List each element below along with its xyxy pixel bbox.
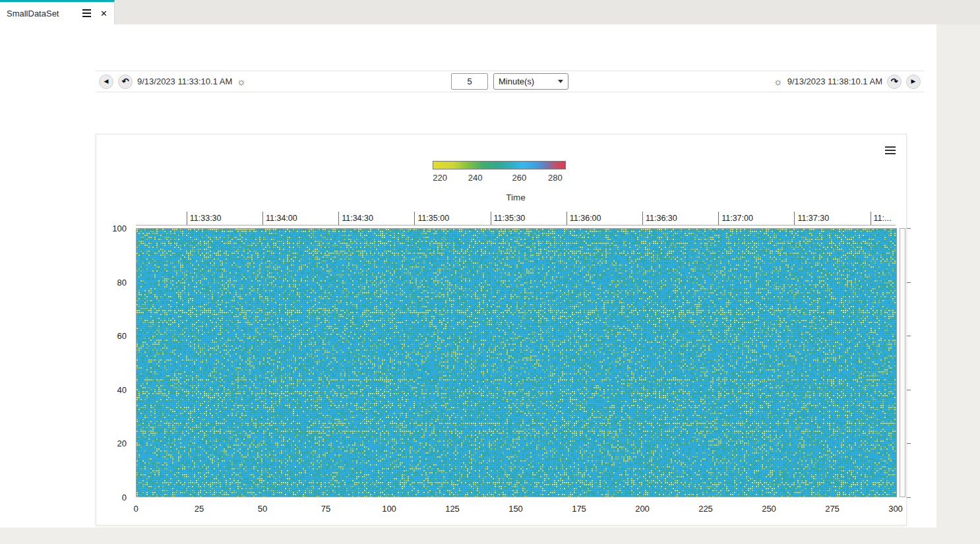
toolbar-right-group: ☼ 9/13/2023 11:38:10.1 AM ↷ ▶: [774, 75, 921, 89]
main-area: ◀ ↶ 9/13/2023 11:33:10.1 AM ☼ Minute(s) …: [0, 24, 936, 528]
right-axis-ticks: [907, 228, 912, 497]
chevron-down-icon: [558, 80, 563, 83]
tab-strip: SmallDataSet ✕: [0, 0, 980, 24]
step-forward-button[interactable]: ▶: [906, 75, 921, 89]
end-time[interactable]: 9/13/2023 11:38:10.1 AM: [787, 76, 882, 86]
time-range-toolbar: ◀ ↶ 9/13/2023 11:33:10.1 AM ☼ Minute(s) …: [96, 71, 924, 92]
interval-unit-value: Minute(s): [499, 76, 534, 86]
left-axis: 100806040200: [96, 228, 132, 497]
bottom-axis-tick-label: 25: [195, 504, 204, 514]
top-axis-tick-label: 11:...: [871, 212, 892, 225]
right-axis-tick: [907, 443, 911, 444]
interval-unit-select[interactable]: Minute(s): [493, 73, 568, 90]
legend-tick-label: 220: [433, 173, 447, 183]
top-axis-tick-label: 11:36:00: [567, 212, 601, 225]
start-time-picker-icon[interactable]: ☼: [237, 76, 246, 86]
color-legend: 220240260280: [433, 161, 566, 183]
legend-tick-labels: 220240260280: [433, 173, 566, 183]
top-axis-tick-label: 11:36:30: [642, 212, 677, 225]
top-axis-tick-label: 11:35:00: [414, 212, 449, 225]
legend-tick-label: 260: [512, 173, 526, 183]
right-axis-tick: [907, 282, 911, 283]
right-triangle-icon: ▶: [911, 78, 916, 84]
bottom-axis-tick-label: 250: [762, 504, 776, 514]
right-axis-strip[interactable]: [900, 228, 905, 497]
heatmap-canvas: [137, 229, 896, 497]
left-triangle-icon: ◀: [104, 78, 109, 84]
shift-start-button[interactable]: ↶: [118, 75, 133, 89]
toolbar-center-group: Minute(s): [451, 73, 568, 90]
bottom-axis-tick-label: 175: [572, 504, 586, 514]
bottom-axis-tick-label: 300: [888, 504, 903, 514]
right-axis-tick: [907, 390, 911, 390]
top-axis: 11:33:3011:34:0011:34:3011:35:0011:35:30…: [136, 203, 896, 226]
tab-smalldataset[interactable]: SmallDataSet ✕: [0, 0, 115, 24]
bottom-axis-tick-label: 100: [382, 504, 396, 514]
top-axis-tick-label: 11:34:00: [262, 212, 297, 225]
left-axis-tick-label: 40: [117, 384, 127, 394]
curved-arrow-forward-icon: ↷: [891, 77, 898, 86]
bottom-axis-tick-label: 225: [698, 504, 713, 514]
bottom-axis-tick-label: 0: [133, 504, 138, 514]
bottom-axis: 0255075100125150175200225250275300: [136, 504, 896, 516]
heatmap-plot[interactable]: [136, 228, 897, 497]
top-axis-tick-label: 11:37:00: [718, 212, 753, 225]
bottom-axis-tick-label: 125: [445, 504, 460, 514]
top-axis-tick-label: 11:35:30: [491, 212, 526, 225]
bottom-axis-tick-label: 75: [321, 504, 330, 514]
left-axis-tick-label: 0: [122, 493, 127, 502]
tab-close-icon[interactable]: ✕: [100, 9, 107, 18]
bottom-axis-tick-label: 275: [825, 504, 840, 514]
shift-end-button[interactable]: ↷: [887, 75, 902, 89]
bottom-axis-tick-label: 200: [635, 504, 650, 514]
right-axis-tick: [907, 497, 911, 498]
left-axis-tick-label: 100: [112, 224, 127, 233]
bottom-axis-tick-label: 150: [508, 504, 523, 514]
curved-arrow-back-icon: ↶: [122, 77, 129, 86]
right-axis-tick: [907, 228, 911, 229]
page: SmallDataSet ✕ ◀ ↶ 9/13/2023 11:33:10.1 …: [0, 0, 980, 544]
legend-tick-label: 240: [468, 173, 483, 183]
chart-menu-icon[interactable]: [885, 146, 896, 154]
tab-title: SmallDataSet: [7, 9, 82, 18]
start-time[interactable]: 9/13/2023 11:33:10.1 AM: [137, 76, 232, 86]
interval-value-input[interactable]: [451, 73, 488, 90]
top-axis-tick-label: 11:33:30: [187, 212, 222, 225]
legend-tick-label: 280: [548, 173, 563, 183]
left-axis-tick-label: 80: [117, 277, 127, 287]
end-time-picker-icon[interactable]: ☼: [774, 76, 783, 86]
bottom-axis-tick-label: 50: [258, 504, 267, 514]
right-axis-tick: [907, 336, 911, 336]
step-back-button[interactable]: ◀: [99, 75, 113, 89]
chart-card: 220240260280 Time 11:33:3011:34:0011:34:…: [96, 134, 907, 526]
time-axis-title: Time: [136, 193, 896, 202]
left-axis-tick-label: 20: [117, 438, 127, 448]
top-axis-tick-label: 11:34:30: [338, 212, 373, 225]
left-axis-tick-label: 60: [117, 331, 127, 341]
top-axis-tick-label: 11:37:30: [794, 212, 829, 225]
toolbar-left-group: ◀ ↶ 9/13/2023 11:33:10.1 AM ☼: [99, 75, 246, 89]
tab-menu-icon[interactable]: [82, 9, 91, 17]
legend-gradient-bar: [433, 161, 566, 169]
